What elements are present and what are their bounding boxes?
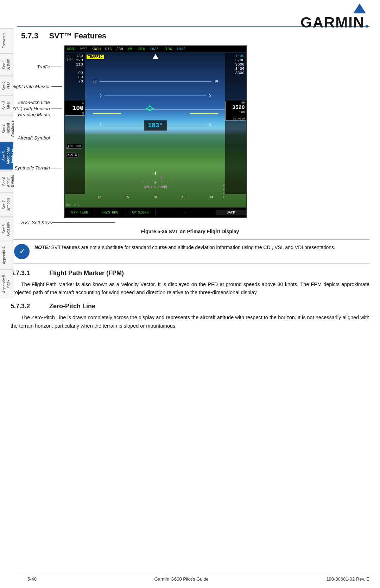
garmin-logo: GARMIN. — [300, 4, 369, 31]
trk-label: TRK — [165, 47, 172, 51]
synthetic-label-item: Synthetic Terrain — [11, 165, 62, 171]
softkey-empty1 — [156, 212, 186, 213]
vdi-arrow: ↓ — [159, 172, 163, 180]
knots-label: KNOTS — [66, 153, 78, 157]
svg-point-0 — [148, 106, 152, 111]
flight-path-marker-label: Flight Path Marker — [11, 83, 50, 90]
alt-3700: 3700 — [226, 58, 246, 62]
tas-value — [66, 147, 69, 149]
aircraft-symbol-label: Aircraft Symbol — [18, 135, 50, 141]
subsection-5732-heading: 5.7.3.2 Zero-Pitch Line — [11, 303, 369, 310]
sidebar-tab-additional[interactable]: Sec 5AdditionalFeatures — [0, 142, 13, 170]
section-title: 5.7.3 SVT™ Features — [11, 31, 369, 41]
oat-display: OAT 0°C — [66, 203, 80, 207]
footer-docnum: 190-00601-02 Rev. E — [326, 576, 369, 582]
softkey-back[interactable]: BACK — [216, 210, 246, 215]
pfd-display: GPS1 WPT KOSH DIS 289 NM DTK 183° TRK 18… — [64, 45, 247, 218]
speed-hundreds: 1 — [65, 101, 84, 105]
softkey-syn-terr[interactable]: SYN TERR — [65, 210, 95, 215]
checkmark-icon: ✓ — [19, 248, 25, 255]
alt-3600: 3600 — [226, 62, 246, 67]
fpm-symbol-svg — [146, 104, 154, 113]
zero-pitch-line: V — [85, 109, 225, 110]
alt-main: 3520 — [226, 105, 245, 111]
alt-3300: 3300 — [226, 71, 246, 75]
pfd-top-bar: GPS1 WPT KOSH DIS 289 NM DTK 183° TRK 18… — [65, 46, 246, 52]
softkey-hrzn-hdg[interactable]: HRZN HDG — [95, 210, 125, 215]
wpt-label: WPT — [80, 47, 87, 51]
pfd-softkeys[interactable]: SYN TERR HRZN HDG APTSIGNS BACK — [65, 208, 246, 217]
note-icon: ✓ — [14, 244, 30, 259]
traffic-label: Traffic — [37, 64, 50, 70]
sidebar-tab-hazard[interactable]: Sec 4HazardAvoidance — [0, 115, 13, 142]
traffic-indicator: TRAFFIC — [87, 55, 104, 59]
subsection-5731-heading: 5.7.3.1 Flight Path Marker (FPM) — [11, 270, 369, 277]
content-area: 5.7.3 SVT™ Features Traffic Flight Path … — [0, 31, 380, 330]
fpm-marker — [146, 104, 154, 114]
sidebar-tab-appendix-b[interactable]: Appendix BIndex — [0, 270, 13, 298]
dis-value: 289 — [116, 47, 123, 51]
synthetic-terrain-label: Synthetic Terrain — [14, 165, 50, 171]
wing-line-left — [93, 113, 121, 114]
garmin-wordmark: GARMIN. — [300, 14, 369, 31]
dtk-label: DTK — [138, 47, 145, 51]
pfd-section: Traffic Flight Path Marker Zero-Pitch Li… — [11, 45, 369, 218]
sidebar: Foreword Sec 1System Sec 2PFD Sec 3MFD S… — [0, 28, 13, 298]
aircraft-label-item: Aircraft Symbol — [11, 135, 62, 141]
zeropitch-label-item: Zero-Pitch Line(ZPL) with HorizonHeading… — [11, 99, 62, 118]
heading-display: 183° — [144, 120, 167, 131]
trk-value: 183° — [176, 47, 185, 51]
traffic-label-item: Traffic — [11, 64, 62, 70]
garmin-triangle-icon — [353, 4, 366, 13]
sidebar-tab-mfd[interactable]: Sec 3MFD — [0, 95, 13, 115]
softkey-empty2 — [186, 212, 216, 213]
dtk-value: 183° — [150, 47, 159, 51]
footer-title: Garmin G600 Pilot's Guide — [154, 576, 209, 582]
note-body: SVT features are not a substitute for st… — [51, 245, 335, 250]
softkey-aptsigns[interactable]: APTSIGNS — [125, 210, 156, 215]
heading-triangle — [153, 54, 158, 59]
wpt-value: KOSH — [91, 47, 101, 51]
dis-label: DIS — [105, 47, 112, 51]
dis-unit: NM — [127, 47, 132, 51]
speed-90: 90 — [65, 71, 84, 75]
fpm-label-item: Flight Path Marker — [11, 83, 62, 90]
sidebar-tab-system[interactable]: Sec 1System — [0, 54, 13, 76]
svt-softkey-row: SVT Soft Keys — [21, 219, 369, 226]
alt-tape: 1400 3700 3600 3400 3300 — [225, 53, 246, 194]
synthetic-leader — [51, 168, 62, 168]
aircraft-symbol-hdi: ✈ — [153, 168, 158, 177]
traffic-leader — [51, 67, 62, 67]
figure-caption: Figure 5-36 SVT on Primary Flight Displa… — [11, 229, 369, 234]
note-label: NOTE: — [34, 245, 50, 250]
gps-status: GPS1 — [67, 47, 76, 51]
sidebar-tab-foreword[interactable]: Foreword — [0, 28, 13, 54]
speed-tape: 130 120 110 90 80 70 — [65, 53, 85, 194]
aircraft-leader — [51, 138, 62, 138]
pitch-0-marker: V — [81, 107, 83, 110]
speed-q: Q — [65, 112, 84, 115]
alt-3400: 3400 — [226, 67, 246, 71]
pitch-10-line: 10 10 — [93, 80, 218, 83]
note-text: NOTE: SVT features are not a substitute … — [34, 244, 335, 251]
alt-top: 40 — [226, 101, 245, 105]
pitch-5-line: 5 5 — [100, 94, 211, 97]
alt-1400: 1400 — [226, 54, 246, 58]
hdg-dots: o o ✈ o o — [85, 180, 225, 186]
gps-inner-label: GPS1 0.30NM — [144, 185, 167, 189]
sidebar-tab-appendix-a[interactable]: Appendix A — [0, 241, 13, 270]
sidebar-tab-pfd[interactable]: Sec 2PFD — [0, 76, 13, 96]
footer-page: 5-40 — [27, 576, 37, 582]
svt-softkey-leader — [52, 222, 115, 223]
compass-side-labels: N 0 G P — [223, 184, 224, 199]
sidebar-tab-glossary[interactable]: Sec 8Glossary — [0, 217, 13, 241]
compass-numbers: 12 15 18 21 24 — [85, 196, 225, 199]
sidebar-tab-symbols[interactable]: Sec 7Symbols — [0, 193, 13, 217]
header: GARMIN. — [17, 0, 380, 31]
speed-110: 110 — [65, 62, 84, 67]
zeropitch-leader — [51, 109, 62, 109]
speed-70: 70 — [65, 79, 84, 83]
speed-130: 130 — [65, 54, 84, 58]
footer: 5-40 Garmin G600 Pilot's Guide 190-00601… — [17, 574, 380, 582]
sidebar-tab-annun[interactable]: Sec 6Annun.& Alerts — [0, 170, 13, 192]
